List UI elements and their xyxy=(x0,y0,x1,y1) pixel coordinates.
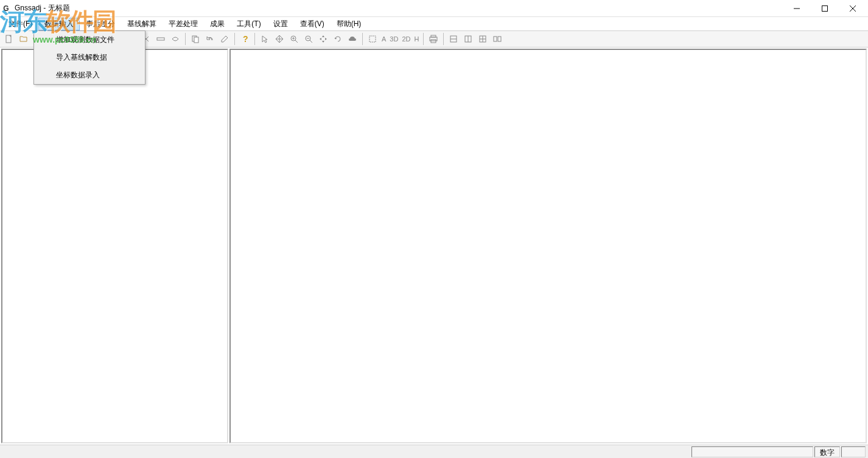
menu-tools[interactable]: 工具(T) xyxy=(231,18,267,30)
title-bar: G Gnssadj - 无标题 xyxy=(0,0,868,17)
svg-rect-35 xyxy=(494,37,497,41)
cloud-icon[interactable] xyxy=(346,32,359,46)
svg-rect-24 xyxy=(369,36,376,42)
right-panel[interactable] xyxy=(229,49,867,443)
grid-icon-3[interactable] xyxy=(476,32,489,46)
svg-rect-15 xyxy=(194,37,198,43)
zoom-out-icon[interactable] xyxy=(302,32,315,46)
pointer-icon[interactable] xyxy=(258,32,271,46)
toolbar-separator xyxy=(362,33,363,45)
svg-rect-1 xyxy=(822,5,828,11)
maximize-button[interactable] xyxy=(811,0,839,17)
rotate-icon[interactable] xyxy=(331,32,345,46)
left-panel[interactable] xyxy=(1,49,228,443)
close-button[interactable] xyxy=(839,0,867,17)
tool-icon-9[interactable] xyxy=(169,32,182,46)
grid-icon-1[interactable] xyxy=(447,32,460,46)
dropdown-menu-data-input: 增加观测数据文件 导入基线解数据 坐标数据录入 xyxy=(33,30,145,85)
app-icon: G xyxy=(1,4,11,13)
copy-icon[interactable] xyxy=(189,32,202,46)
menu-adjustment[interactable]: 平差处理 xyxy=(163,18,204,30)
toolbar-separator xyxy=(443,33,444,45)
window-title: Gnssadj - 无标题 xyxy=(15,3,70,13)
svg-rect-36 xyxy=(498,37,501,41)
select-rect-icon[interactable] xyxy=(366,32,379,46)
text-tool-a[interactable]: A xyxy=(380,35,387,43)
tool-icon-8[interactable] xyxy=(154,32,167,46)
view-h-button[interactable]: H xyxy=(413,35,420,43)
dropdown-item-coord-entry[interactable]: 坐标数据录入 xyxy=(51,66,145,84)
status-bar: 数字 xyxy=(0,445,868,458)
zoom-fit-icon[interactable] xyxy=(317,32,330,46)
status-cell-numlock: 数字 xyxy=(814,446,840,457)
undo-icon[interactable] xyxy=(203,32,217,46)
menu-help[interactable]: 帮助(H) xyxy=(331,18,368,30)
menu-baseline[interactable]: 基线解算 xyxy=(121,18,163,30)
view-3d-button[interactable]: 3D xyxy=(388,35,399,43)
menu-file[interactable]: 文件(F) xyxy=(2,18,38,30)
toolbar-separator xyxy=(254,33,255,45)
view-2d-button[interactable]: 2D xyxy=(401,35,411,43)
status-cell-info xyxy=(691,446,813,457)
help-icon[interactable]: ? xyxy=(238,32,251,46)
toolbar-separator xyxy=(234,33,235,45)
main-area xyxy=(0,48,868,445)
dropdown-item-add-observation[interactable]: 增加观测数据文件 xyxy=(51,31,145,49)
menu-settings[interactable]: 设置 xyxy=(267,18,294,30)
zoom-in-icon[interactable] xyxy=(287,32,301,46)
toolbar-separator xyxy=(423,33,424,45)
menu-post-diff[interactable]: 事后差分 xyxy=(80,18,121,30)
dropdown-item-import-baseline[interactable]: 导入基线解数据 xyxy=(51,49,145,66)
new-file-icon[interactable] xyxy=(2,32,16,46)
menu-results[interactable]: 成果 xyxy=(204,18,231,30)
svg-rect-13 xyxy=(157,38,164,40)
print-icon[interactable] xyxy=(427,32,440,46)
open-file-icon[interactable] xyxy=(17,32,30,46)
grid-icon-2[interactable] xyxy=(461,32,475,46)
svg-text:?: ? xyxy=(243,34,248,44)
status-cell-empty xyxy=(841,446,866,457)
menu-bar: 文件(F) 数据输入 事后差分 基线解算 平差处理 成果 工具(T) 设置 查看… xyxy=(0,17,868,30)
dropdown-icon-column xyxy=(34,31,51,84)
menu-view[interactable]: 查看(V) xyxy=(294,18,331,30)
grid-icon-4[interactable] xyxy=(491,32,504,46)
menu-data-input[interactable]: 数据输入 xyxy=(38,18,80,30)
window-controls xyxy=(783,0,867,17)
minimize-button[interactable] xyxy=(783,0,811,17)
edit-icon[interactable] xyxy=(218,32,231,46)
pan-icon[interactable] xyxy=(273,32,286,46)
toolbar-separator xyxy=(185,33,186,45)
svg-line-22 xyxy=(310,40,312,43)
svg-line-18 xyxy=(295,40,298,43)
